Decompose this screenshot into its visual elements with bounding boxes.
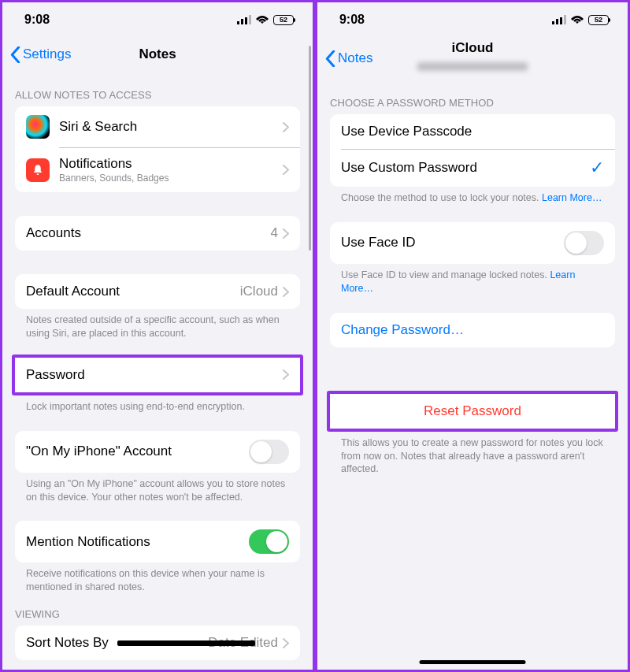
password-label: Password — [26, 367, 283, 383]
scrollbar[interactable] — [309, 46, 311, 251]
chevron-right-icon — [283, 122, 289, 132]
chevron-right-icon — [283, 165, 289, 175]
chevron-right-icon — [283, 638, 289, 648]
back-button[interactable]: Settings — [10, 46, 71, 63]
change-password-label: Change Password… — [341, 322, 604, 338]
password-highlight: Password — [12, 355, 303, 395]
status-bar: 9:08 52 — [2, 2, 313, 37]
default-account-value: iCloud — [240, 284, 278, 299]
custom-password-label: Use Custom Password — [341, 160, 590, 176]
password-cell[interactable]: Password — [15, 358, 300, 392]
onmyiphone-label: "On My iPhone" Account — [26, 444, 249, 459]
change-password-cell[interactable]: Change Password… — [330, 313, 615, 347]
faceid-label: Use Face ID — [341, 235, 564, 251]
chevron-left-icon — [10, 46, 20, 63]
wifi-icon — [255, 15, 269, 24]
status-time: 9:08 — [24, 13, 50, 27]
onmyiphone-footer: Using an "On My iPhone" account allows y… — [2, 473, 313, 504]
mention-label: Mention Notifications — [26, 534, 249, 550]
faceid-group: Use Face ID — [330, 222, 615, 264]
onmyiphone-cell[interactable]: "On My iPhone" Account — [15, 431, 300, 473]
cellular-icon — [237, 15, 251, 24]
device-passcode-cell[interactable]: Use Device Passcode — [330, 114, 615, 149]
back-button[interactable]: Notes — [325, 50, 372, 67]
siri-search-cell[interactable]: Siri & Search — [15, 106, 300, 147]
faceid-footer: Use Face ID to view and manage locked no… — [317, 264, 628, 295]
learn-more-link[interactable]: Learn More… — [542, 192, 602, 203]
accounts-group: Accounts 4 — [15, 216, 300, 251]
svg-rect-3 — [249, 15, 251, 24]
faceid-toggle[interactable] — [564, 231, 604, 255]
chevron-left-icon — [325, 50, 335, 67]
svg-rect-2 — [245, 17, 247, 24]
default-account-label: Default Account — [26, 284, 240, 299]
siri-icon — [26, 115, 50, 139]
status-bar: 9:08 52 — [317, 2, 628, 37]
cellular-icon — [552, 15, 566, 24]
viewing-group: Sort Notes By Date Edited — [15, 626, 300, 660]
section-header-access: ALLOW NOTES TO ACCESS — [2, 72, 313, 106]
svg-rect-6 — [560, 17, 562, 24]
nav-bar: Notes iCloud — [317, 37, 628, 80]
svg-rect-4 — [552, 21, 554, 24]
change-password-group: Change Password… — [330, 313, 615, 347]
access-group: Siri & Search Notifications Banners, Sou… — [15, 106, 300, 192]
section-header-viewing: VIEWING — [2, 594, 313, 626]
mention-group: Mention Notifications — [15, 521, 300, 562]
default-account-group: Default Account iCloud — [15, 274, 300, 309]
default-account-cell[interactable]: Default Account iCloud — [15, 274, 300, 309]
default-account-footer: Notes created outside of a specific acco… — [2, 309, 313, 340]
faceid-cell[interactable]: Use Face ID — [330, 222, 615, 264]
siri-label: Siri & Search — [59, 119, 283, 135]
chevron-right-icon — [283, 287, 289, 297]
wifi-icon — [570, 15, 584, 24]
redaction-bar — [117, 640, 255, 646]
method-group: Use Device Passcode Use Custom Password … — [330, 114, 615, 187]
settings-notes-pane: 9:08 52 Settings Notes ALLOW NOTES TO AC… — [2, 2, 313, 670]
section-header-method: CHOOSE A PASSWORD METHOD — [317, 80, 628, 114]
svg-rect-0 — [237, 21, 239, 24]
reset-footer: This allows you to create a new password… — [317, 432, 628, 477]
back-label: Settings — [23, 46, 71, 62]
custom-password-cell[interactable]: Use Custom Password ✓ — [330, 149, 615, 187]
accounts-value: 4 — [271, 225, 278, 241]
notifications-label: Notifications — [59, 156, 283, 172]
status-icons: 52 — [552, 15, 609, 25]
back-label: Notes — [338, 50, 372, 66]
svg-rect-1 — [241, 19, 243, 24]
accounts-cell[interactable]: Accounts 4 — [15, 216, 300, 251]
chevron-right-icon — [283, 369, 289, 380]
nav-bar: Settings Notes — [2, 37, 313, 72]
method-footer: Choose the method to use to lock your no… — [317, 187, 628, 205]
account-email-blurred — [417, 62, 528, 71]
bell-icon — [26, 158, 50, 182]
svg-rect-7 — [564, 15, 566, 24]
svg-rect-5 — [556, 19, 558, 24]
battery-icon: 52 — [273, 15, 294, 25]
checkmark-icon: ✓ — [590, 158, 604, 178]
notifications-sub: Banners, Sounds, Badges — [59, 173, 283, 184]
onmyiphone-toggle[interactable] — [249, 440, 289, 464]
onmyiphone-group: "On My iPhone" Account — [15, 431, 300, 473]
accounts-label: Accounts — [26, 225, 271, 241]
battery-icon: 52 — [588, 15, 609, 25]
reset-password-label: Reset Password — [341, 403, 604, 419]
reset-password-cell[interactable]: Reset Password — [330, 394, 615, 429]
reset-password-highlight: Reset Password — [327, 391, 618, 432]
mention-toggle[interactable] — [249, 529, 289, 554]
home-indicator[interactable] — [419, 660, 525, 664]
status-time: 9:08 — [339, 13, 365, 27]
chevron-right-icon — [283, 228, 289, 239]
notifications-cell[interactable]: Notifications Banners, Sounds, Badges — [15, 147, 300, 192]
mention-footer: Receive notifications on this device whe… — [2, 562, 313, 594]
mention-cell[interactable]: Mention Notifications — [15, 521, 300, 562]
password-footer: Lock important notes using end-to-end en… — [2, 395, 313, 414]
device-passcode-label: Use Device Passcode — [341, 124, 604, 139]
icloud-password-pane: 9:08 52 Notes iCloud CHOOSE A PASSWORD M… — [317, 2, 628, 670]
status-icons: 52 — [237, 15, 294, 25]
